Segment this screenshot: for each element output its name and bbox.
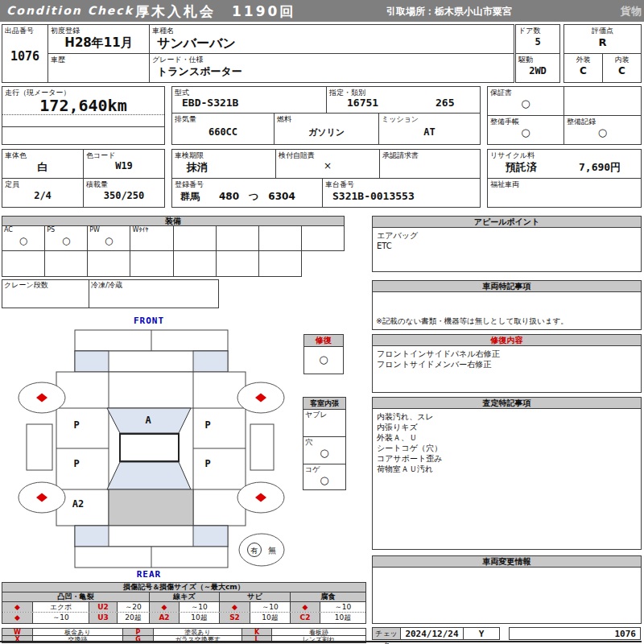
inspection-value: 抹消 bbox=[187, 160, 208, 175]
equipment-cell-label: PS bbox=[47, 226, 55, 233]
auction-sheet: Condition Check 厚木入札会 1190回 引取場所：栃木県小山市粟… bbox=[0, 0, 644, 644]
service-record-box: 整備記録 ○ bbox=[564, 115, 642, 145]
rear-label: REAR bbox=[137, 569, 162, 580]
equipment-empty-cell bbox=[174, 226, 217, 250]
body-color-value: 白 bbox=[2, 160, 83, 175]
damage-mark-mid-left: P bbox=[73, 458, 79, 469]
chassis-number-label: 車台番号 bbox=[325, 180, 354, 190]
warranty-box: 保証書 ○ bbox=[487, 86, 564, 116]
damage-diamond-icon: ◆ bbox=[220, 602, 250, 612]
title-bar: Condition Check 厚木入札会 1190回 引取場所：栃木県小山市粟… bbox=[0, 0, 644, 22]
pickup-location: 引取場所：栃木県小山市粟宮 bbox=[386, 5, 512, 19]
load-capacity-box: 積載量 350/250 bbox=[83, 178, 165, 208]
history-label: 車歴 bbox=[51, 55, 65, 65]
code-legend-row: W 板金あり P 塗装あり K 看板跡 bbox=[2, 629, 365, 636]
cabin-lining-item-value: ○ bbox=[303, 474, 345, 486]
equipment-empty-cell bbox=[259, 251, 301, 276]
damage-diamond-icon: ◆ bbox=[291, 602, 320, 612]
cabin-lining-item: コゲ ○ bbox=[303, 464, 345, 491]
damage-diamond-icon: ◆ bbox=[150, 602, 180, 612]
equipment-empty-cell bbox=[217, 226, 259, 250]
legend-code-cell: W bbox=[2, 629, 33, 635]
damage-legend-table: 損傷記号＆損傷サイズ（～最大cm） 凸凹・亀裂 線キズ サビ 腐食 ◆ エクボ … bbox=[2, 582, 366, 624]
legend-code-cell: P bbox=[123, 629, 154, 635]
class-number-value: 265 bbox=[436, 97, 454, 109]
brand-logo: Condition Check bbox=[6, 4, 134, 17]
inspection-box: 車検期限 抹消 bbox=[171, 149, 276, 179]
legend-group-rust: サビ bbox=[220, 592, 291, 601]
capacity-box: 定員 2/4 bbox=[2, 178, 84, 208]
damage-legend-title: 損傷記号＆損傷サイズ（～最大cm） bbox=[2, 583, 365, 592]
load-capacity-value: 350/250 bbox=[84, 190, 164, 201]
vehicle-notes-title: 車両特記事項 bbox=[373, 281, 641, 292]
equipment-cell-value: ○ bbox=[2, 235, 44, 246]
front-glass-corner-right bbox=[193, 351, 228, 372]
divider bbox=[2, 126, 164, 127]
front-glass-corner-left bbox=[75, 351, 109, 372]
freezer-box: 冷凍/冷蔵 bbox=[89, 280, 218, 308]
legend-code-cell: U3 bbox=[89, 613, 118, 623]
presence-has-label: 有 bbox=[250, 547, 258, 555]
history-box: 車歴 bbox=[47, 53, 150, 83]
equipment-cell-ps: PS○ bbox=[45, 226, 88, 250]
change-info-panel: 車両変更情報 bbox=[372, 555, 642, 624]
assessment-note-line: 外装Ａ、Ｕ bbox=[377, 432, 637, 443]
assessment-note-line: 内張りキズ bbox=[377, 422, 637, 432]
legend-cell: エクボ bbox=[33, 602, 89, 612]
blank-box bbox=[564, 86, 642, 116]
equipment-empty-cell bbox=[302, 226, 344, 250]
category-label: 貨物 bbox=[621, 4, 642, 19]
model-name-box: 車種名 サンバーバン bbox=[149, 24, 514, 54]
legend-code-cell: U2 bbox=[89, 602, 118, 612]
approval-box: 承認請求書 bbox=[379, 149, 481, 179]
repair-details-line: フロントサイドメンバー右修正 bbox=[377, 359, 637, 369]
front-label: FRONT bbox=[134, 316, 164, 326]
crane-label: クレーン段数 bbox=[4, 280, 48, 291]
check-inspector-value: Y bbox=[464, 629, 499, 639]
equipment-cell-value: ○ bbox=[45, 235, 87, 246]
mileage-box: 走行（現メーター） 172,640km bbox=[2, 86, 165, 145]
legend-code-cell: K bbox=[242, 629, 272, 635]
damage-diagram: FRONT bbox=[0, 314, 298, 580]
doors-box: ドア数 5 bbox=[515, 24, 560, 54]
legend-cell: 10超 bbox=[320, 613, 365, 623]
grade-box: グレード・仕様 トランスポーター bbox=[149, 53, 514, 83]
lot-number-label: 出品番号 bbox=[5, 26, 34, 36]
crane-box: クレーン段数 bbox=[2, 280, 89, 308]
recycle-fee-value: 7,690円 bbox=[579, 160, 621, 175]
repair-flag-title: 修復 bbox=[304, 335, 343, 347]
equipment-empty-cell bbox=[45, 251, 88, 276]
check-label: チェック bbox=[372, 627, 401, 640]
legend-cell: ～10 bbox=[250, 602, 291, 612]
assessment-note-line: コアサポート歪み bbox=[377, 453, 637, 464]
rear-window bbox=[107, 462, 191, 489]
presence-none-label: 無 bbox=[268, 546, 276, 555]
drive-label: 駆動 bbox=[518, 55, 533, 65]
legend-cell: ～10 bbox=[33, 613, 89, 623]
equipment-cell-label: Wﾀｲﾔ bbox=[132, 226, 148, 233]
side-panel-right bbox=[250, 424, 274, 470]
model-name-value: サンバーバン bbox=[157, 35, 236, 52]
drive-box: 駆動 2WD bbox=[515, 53, 560, 83]
roof-panel bbox=[120, 434, 179, 461]
legend-group-corrosion: 腐食 bbox=[291, 592, 365, 601]
side-panel-left bbox=[27, 424, 52, 470]
displacement-label: 排気量 bbox=[175, 114, 196, 125]
equipment-empty-cell bbox=[174, 251, 217, 276]
legend-group-dent: 凸凹・亀裂 bbox=[2, 592, 150, 601]
capacity-label: 定員 bbox=[5, 180, 19, 190]
load-capacity-label: 積載量 bbox=[86, 180, 108, 190]
legend-code-cell: S2 bbox=[220, 613, 250, 623]
assessment-notes-title: 査定特記事項 bbox=[373, 398, 641, 409]
registration-number-label: 登録番号 bbox=[175, 180, 204, 190]
crane-freezer-row: クレーン段数 冷凍/冷蔵 bbox=[2, 279, 219, 308]
doors-label: ドア数 bbox=[518, 26, 540, 36]
approval-label: 承認請求書 bbox=[382, 151, 419, 161]
displacement-value: 660CC bbox=[172, 126, 274, 138]
legend-cell: ～20 bbox=[118, 602, 150, 612]
cabin-lining-item-label: ヤブレ bbox=[305, 410, 328, 420]
equipment-cell-ac: AC○ bbox=[2, 226, 45, 250]
type-class-box: 指定・類別 16751 265 bbox=[326, 86, 481, 114]
equipment-cell-value: ○ bbox=[88, 235, 130, 246]
chassis-number-value: S321B-0013553 bbox=[332, 190, 415, 202]
